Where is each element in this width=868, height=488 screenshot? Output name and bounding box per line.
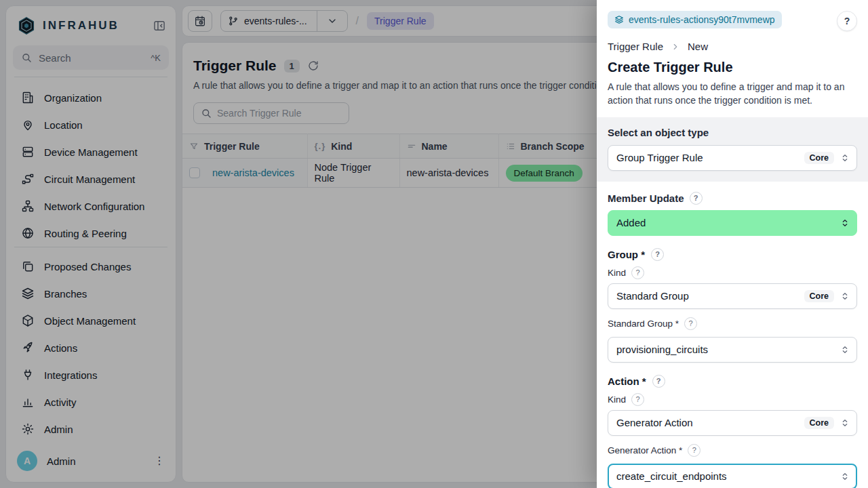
object-type-select[interactable]: Group Trigger Rule Core: [608, 145, 857, 171]
help-button[interactable]: ?: [837, 11, 857, 31]
layers-icon: [614, 15, 624, 24]
action-kind-label: Kind ?: [608, 393, 857, 406]
action-section-label: Action * ?: [608, 375, 857, 388]
core-badge: Core: [804, 290, 834, 302]
branch-badge[interactable]: events-rules-actionsy90t7mvmewp: [608, 11, 782, 28]
help-circle-icon[interactable]: ?: [651, 248, 664, 261]
chevrons-up-down-icon: [840, 218, 850, 228]
object-type-section: Select an object type Group Trigger Rule…: [597, 117, 868, 182]
breadcrumb-current: New: [688, 41, 708, 52]
chevrons-up-down-icon: [840, 418, 850, 428]
drawer-form: Member Update ? Added Group * ? Kind ? S…: [597, 182, 868, 488]
help-circle-icon[interactable]: ?: [684, 317, 697, 330]
chevrons-up-down-icon: [840, 471, 850, 482]
create-trigger-rule-drawer: events-rules-actionsy90t7mvmewp ? Trigge…: [597, 0, 868, 488]
group-kind-label: Kind ?: [608, 266, 857, 279]
help-circle-icon[interactable]: ?: [690, 192, 703, 205]
member-update-label: Member Update: [608, 192, 684, 204]
chevrons-up-down-icon: [840, 152, 850, 163]
drawer-breadcrumb: Trigger Rule New: [608, 41, 857, 52]
core-badge: Core: [804, 152, 834, 164]
member-update-select[interactable]: Added: [608, 210, 857, 236]
generator-action-label: Generator Action * ?: [608, 444, 857, 457]
help-circle-icon[interactable]: ?: [652, 375, 665, 388]
drawer-title: Create Trigger Rule: [608, 60, 857, 75]
generator-action-select[interactable]: create_circuit_endpoints: [608, 464, 857, 488]
help-circle-icon[interactable]: ?: [631, 393, 644, 406]
breadcrumb-parent[interactable]: Trigger Rule: [608, 41, 663, 52]
chevrons-up-down-icon: [840, 291, 850, 302]
action-kind-select[interactable]: Generator Action Core: [608, 410, 857, 436]
drawer-description: A rule that allows you to define a trigg…: [608, 80, 857, 117]
standard-group-label: Standard Group * ?: [608, 317, 857, 330]
help-circle-icon[interactable]: ?: [631, 266, 644, 279]
help-circle-icon[interactable]: ?: [688, 444, 701, 457]
object-type-label: Select an object type: [608, 127, 857, 138]
group-section-label: Group * ?: [608, 248, 857, 261]
standard-group-select[interactable]: provisioning_circuits: [608, 337, 857, 363]
chevrons-up-down-icon: [840, 344, 850, 355]
group-kind-select[interactable]: Standard Group Core: [608, 283, 857, 309]
core-badge: Core: [804, 417, 834, 429]
chevron-right-icon: [671, 42, 680, 52]
